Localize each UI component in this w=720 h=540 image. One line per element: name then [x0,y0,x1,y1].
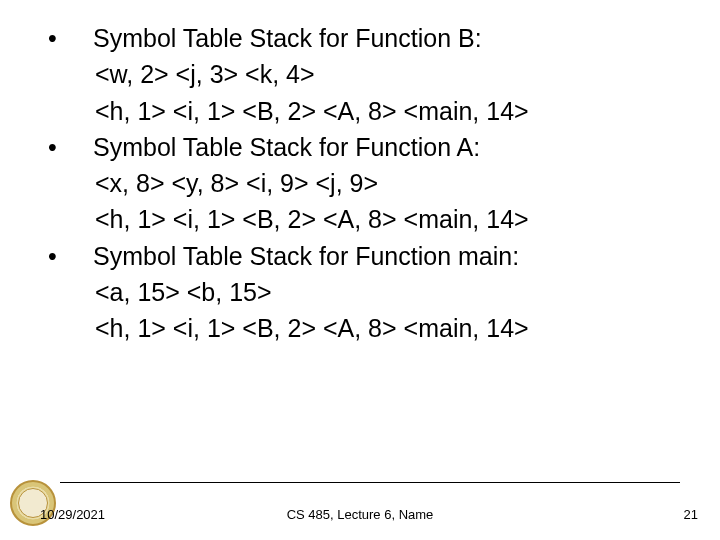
footer-center: CS 485, Lecture 6, Name [0,507,720,522]
bullet-item: • Symbol Table Stack for Function main: [40,238,690,274]
bullet-head: Symbol Table Stack for Function B: [93,20,690,56]
footer-divider [60,482,680,483]
bullet-line: <h, 1> <i, 1> <B, 2> <A, 8> <main, 14> [40,93,690,129]
bullet-marker: • [40,129,93,165]
bullet-item: • Symbol Table Stack for Function A: [40,129,690,165]
slide-body: • Symbol Table Stack for Function B: <w,… [40,20,690,346]
slide-footer: 10/29/2021 CS 485, Lecture 6, Name 21 [0,482,720,522]
bullet-line: <w, 2> <j, 3> <k, 4> [40,56,690,92]
slide: • Symbol Table Stack for Function B: <w,… [0,0,720,540]
bullet-line: <h, 1> <i, 1> <B, 2> <A, 8> <main, 14> [40,310,690,346]
bullet-marker: • [40,238,93,274]
bullet-head: Symbol Table Stack for Function main: [93,238,690,274]
bullet-head: Symbol Table Stack for Function A: [93,129,690,165]
bullet-line: <x, 8> <y, 8> <i, 9> <j, 9> [40,165,690,201]
bullet-line: <h, 1> <i, 1> <B, 2> <A, 8> <main, 14> [40,201,690,237]
bullet-line: <a, 15> <b, 15> [40,274,690,310]
bullet-item: • Symbol Table Stack for Function B: [40,20,690,56]
bullet-marker: • [40,20,93,56]
footer-page-number: 21 [684,507,698,522]
